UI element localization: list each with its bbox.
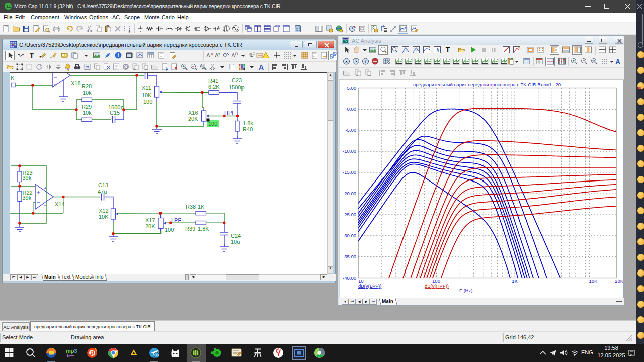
svg-text:%: %	[201, 65, 204, 68]
svg-text:A: A	[231, 52, 235, 58]
svg-text:5.00: 5.00	[347, 85, 357, 90]
svg-text:предварительный варик передлки: предварительный варик передлки кроссовер…	[413, 82, 561, 87]
svg-text:10k: 10k	[83, 89, 92, 96]
svg-text:X18: X18	[71, 80, 81, 86]
svg-text:6.2K: 6.2K	[208, 84, 220, 90]
svg-text:39k: 39k	[23, 195, 32, 201]
svg-text:10k: 10k	[83, 110, 92, 116]
svg-text:39k: 39k	[23, 175, 32, 181]
svg-text:A: A	[206, 52, 210, 58]
svg-text:R28: R28	[82, 83, 92, 89]
svg-text:47u: 47u	[98, 189, 107, 195]
svg-text:T: T	[446, 46, 450, 54]
svg-text:A: A	[259, 63, 264, 71]
svg-text:LPF: LPF	[171, 217, 181, 223]
svg-text:20K: 20K	[188, 116, 198, 122]
svg-text:10u: 10u	[231, 239, 240, 245]
svg-text:C24: C24	[231, 233, 241, 239]
svg-text:1K: 1K	[512, 278, 518, 284]
svg-text:A: A	[67, 68, 69, 71]
svg-text:dB(v(LPF)): dB(v(LPF))	[358, 283, 381, 289]
svg-text:100: 100	[165, 227, 174, 233]
svg-text:-10.00: -10.00	[343, 148, 356, 154]
svg-text:F (Hz): F (Hz)	[459, 288, 472, 293]
svg-text:R41: R41	[208, 78, 218, 84]
svg-text:1K: 1K	[198, 204, 205, 210]
svg-text:dB(v(HPF)): dB(v(HPF))	[425, 283, 449, 289]
svg-text:X11: X11	[142, 85, 151, 91]
svg-text:R40: R40	[243, 126, 253, 132]
svg-text:1.8k: 1.8k	[243, 120, 253, 126]
svg-text:i: i	[118, 53, 119, 58]
svg-text:-15.00: -15.00	[343, 169, 356, 175]
svg-text:C13: C13	[98, 182, 108, 188]
svg-text:A: A	[615, 57, 620, 65]
svg-text:Ω: Ω	[223, 52, 227, 58]
svg-text:x: x	[345, 59, 348, 64]
svg-text:1500p: 1500p	[229, 84, 245, 90]
svg-text:⇅: ⇅	[248, 52, 253, 58]
svg-text:R29: R29	[82, 104, 92, 110]
svg-text:X16: X16	[188, 110, 198, 116]
svg-text:T: T	[30, 51, 34, 59]
svg-text:-5.00: -5.00	[345, 127, 356, 133]
svg-text:X12: X12	[99, 208, 109, 214]
svg-text:%: %	[592, 59, 595, 62]
svg-text:C15: C15	[110, 110, 120, 116]
svg-text:A: A	[215, 52, 219, 58]
svg-text:-20.00: -20.00	[343, 191, 356, 196]
svg-text:R38: R38	[186, 204, 196, 210]
svg-text:-40.00: -40.00	[343, 275, 356, 280]
svg-text:10K: 10K	[142, 92, 152, 98]
svg-text:K: K	[11, 75, 15, 81]
svg-text:10K: 10K	[589, 278, 598, 284]
svg-text:20K: 20K	[615, 278, 623, 284]
svg-text:R39: R39	[185, 226, 195, 232]
svg-text:30: 30	[154, 353, 158, 357]
svg-text:-35.00: -35.00	[343, 253, 356, 259]
svg-text:0.00: 0.00	[347, 106, 357, 112]
svg-text:-25.00: -25.00	[343, 211, 356, 217]
svg-text:10K: 10K	[99, 214, 109, 220]
svg-text:X17: X17	[145, 217, 155, 223]
svg-text:HPF: HPF	[224, 110, 235, 116]
svg-text:100: 100	[208, 121, 217, 127]
svg-text:C23: C23	[232, 77, 242, 83]
svg-text:20K: 20K	[145, 223, 155, 229]
svg-text:-30.00: -30.00	[343, 232, 356, 238]
svg-text:1.8K: 1.8K	[198, 226, 209, 232]
svg-text:100: 100	[143, 99, 152, 105]
